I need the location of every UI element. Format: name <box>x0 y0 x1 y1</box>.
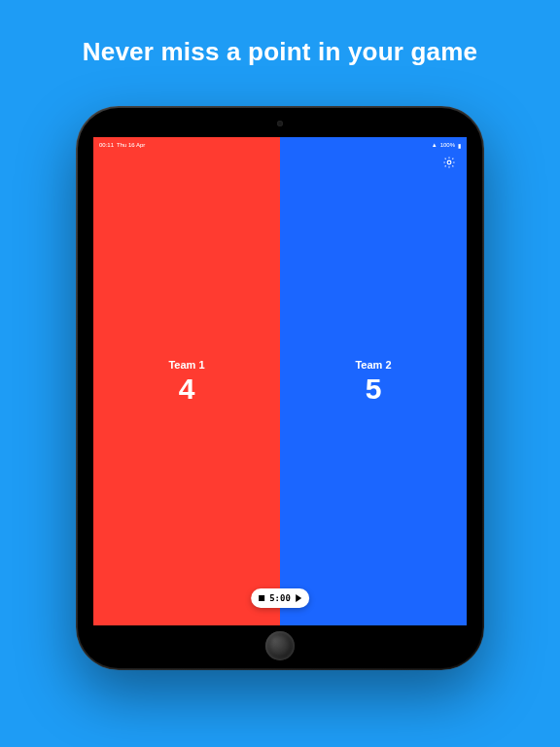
status-time: 00:11 <box>99 142 114 148</box>
status-date: Thu 16 Apr <box>117 142 145 148</box>
ipad-frame: Team 1 4 Team 2 5 00:11 Thu 16 Apr <box>76 106 484 670</box>
timer-value: 5:00 <box>269 593 291 603</box>
wifi-icon: ▲ <box>432 142 438 148</box>
team-left-panel[interactable]: Team 1 4 <box>93 137 280 625</box>
home-button[interactable] <box>265 631 295 660</box>
status-left: 00:11 Thu 16 Apr <box>99 142 145 148</box>
promo-page: Never miss a point in your game Team 1 4… <box>0 0 560 747</box>
team-right-label: Team 2 <box>355 359 391 371</box>
gear-icon <box>442 156 456 169</box>
camera-dot <box>277 121 283 126</box>
team-left-label: Team 1 <box>168 359 204 371</box>
timer-control[interactable]: 5:00 <box>251 588 309 608</box>
battery-icon: ▮ <box>458 142 461 149</box>
device-screen: Team 1 4 Team 2 5 00:11 Thu 16 Apr <box>93 137 467 625</box>
status-right: ▲ 100% ▮ <box>432 142 461 149</box>
score-app: Team 1 4 Team 2 5 <box>93 137 467 625</box>
play-icon[interactable] <box>296 594 301 602</box>
team-right-score: 5 <box>366 374 382 404</box>
stop-icon[interactable] <box>259 595 264 601</box>
status-bar: 00:11 Thu 16 Apr ▲ 100% ▮ <box>97 139 463 151</box>
headline-text: Never miss a point in your game <box>83 37 477 67</box>
team-right-panel[interactable]: Team 2 5 <box>280 137 467 625</box>
settings-button[interactable] <box>441 155 457 170</box>
team-left-score: 4 <box>179 374 195 404</box>
battery-percent: 100% <box>440 142 455 148</box>
svg-point-0 <box>447 160 451 164</box>
ipad-inner: Team 1 4 Team 2 5 00:11 Thu 16 Apr <box>78 108 482 668</box>
